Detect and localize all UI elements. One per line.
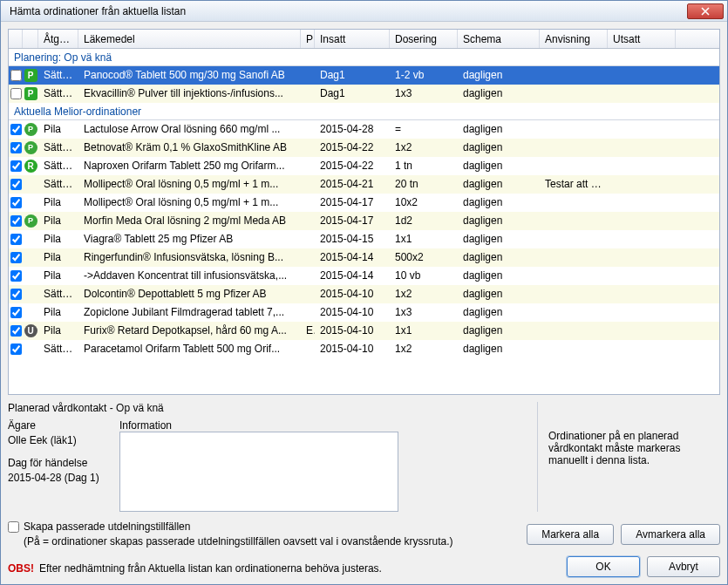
row-checkbox[interactable] xyxy=(10,234,22,245)
information-textarea[interactable] xyxy=(119,432,398,512)
planning-icon: P xyxy=(24,87,37,100)
row-checkbox[interactable] xyxy=(10,88,22,99)
sub-note: (På = ordinationer skapas passerade utde… xyxy=(24,535,453,548)
cell-p xyxy=(301,175,315,194)
table-row[interactable]: PilaRingerfundin® Infusionsvätska, lösni… xyxy=(9,248,719,267)
row-icon-cell xyxy=(23,194,38,212)
cell-anvisning xyxy=(540,66,608,85)
table-row[interactable]: Sätt inMollipect® Oral lösning 0,5 mg/ml… xyxy=(9,175,719,194)
row-checkbox[interactable] xyxy=(10,215,22,227)
table-row[interactable]: Sätt inDolcontin® Depottablett 5 mg Pfiz… xyxy=(9,285,719,303)
row-checkbox[interactable] xyxy=(10,289,22,300)
cell-utsatt xyxy=(608,340,676,358)
row-checkbox[interactable] xyxy=(10,252,22,263)
cell-lakemedel: Ekvacillin® Pulver till injektions-/infu… xyxy=(78,85,301,103)
table-row[interactable]: PSätt inPanocod® Tablett 500 mg/30 mg Sa… xyxy=(9,66,719,85)
cell-utsatt xyxy=(608,194,676,212)
row-checkbox-cell xyxy=(9,66,23,85)
cell-atgard: Pila xyxy=(38,120,78,139)
cell-p xyxy=(301,212,315,230)
cell-insatt: Dag1 xyxy=(315,66,390,85)
group-header: Aktuella Melior-ordinationer xyxy=(9,103,719,120)
col-schema[interactable]: Schema xyxy=(458,30,540,48)
cell-lakemedel: Dolcontin® Depottablett 5 mg Pfizer AB xyxy=(78,285,301,303)
bottom-area: Skapa passerade utdelningstillfällen (På… xyxy=(8,520,720,577)
row-checkbox-cell xyxy=(9,322,23,340)
row-checkbox-cell xyxy=(9,340,23,358)
cell-dosering: 1x2 xyxy=(390,139,458,157)
table-row[interactable]: Sätt inParacetamol Orifarm Tablett 500 m… xyxy=(9,340,719,358)
table-row[interactable]: PSätt inBetnovat® Kräm 0,1 % GlaxoSmithK… xyxy=(9,139,719,157)
ordinations-grid: Åtgärd Läkemedel P Insatt Dosering Schem… xyxy=(8,29,720,395)
avmarkera-alla-button[interactable]: Avmarkera alla xyxy=(621,524,720,545)
cell-atgard: Sätt in xyxy=(38,66,78,85)
cell-schema: dagligen xyxy=(458,230,540,248)
obs-text: Efter nedhämtning från Aktuella listan k… xyxy=(39,562,382,575)
table-row[interactable]: UPilaFurix® Retard Depotkapsel, hård 60 … xyxy=(9,322,719,340)
cell-anvisning xyxy=(540,120,608,139)
col-icon[interactable] xyxy=(23,30,38,48)
cell-atgard: Pila xyxy=(38,230,78,248)
row-checkbox[interactable] xyxy=(10,124,22,135)
table-row[interactable]: PSätt inEkvacillin® Pulver till injektio… xyxy=(9,85,719,103)
row-checkbox[interactable] xyxy=(10,160,22,172)
cell-insatt: 2015-04-10 xyxy=(315,285,390,303)
cell-atgard: Sätt in xyxy=(38,139,78,157)
row-checkbox[interactable] xyxy=(10,307,22,318)
table-row[interactable]: PilaViagra® Tablett 25 mg Pfizer AB2015-… xyxy=(9,230,719,248)
col-lakemedel[interactable]: Läkemedel xyxy=(78,30,301,48)
cell-schema: dagligen xyxy=(458,285,540,303)
avbryt-button[interactable]: Avbryt xyxy=(647,556,720,577)
cell-utsatt xyxy=(608,66,676,85)
row-icon-cell xyxy=(23,248,38,267)
table-row[interactable]: RSätt inNaproxen Orifarm Tablett 250 mg … xyxy=(9,157,719,175)
obs-prefix: OBS! xyxy=(8,562,34,575)
row-icon-cell xyxy=(23,175,38,194)
row-checkbox[interactable] xyxy=(10,344,22,355)
row-checkbox[interactable] xyxy=(10,270,22,282)
col-p[interactable]: P xyxy=(301,30,315,48)
ok-button[interactable]: OK xyxy=(567,556,640,577)
col-checkbox[interactable] xyxy=(9,30,23,48)
table-row[interactable]: Pila->Addaven Koncentrat till infusionsv… xyxy=(9,267,719,285)
row-checkbox[interactable] xyxy=(10,142,22,153)
col-dosering[interactable]: Dosering xyxy=(390,30,458,48)
cell-insatt: Dag1 xyxy=(315,85,390,103)
col-anvisning[interactable]: Anvisning xyxy=(540,30,608,48)
pill-icon: P xyxy=(24,141,37,154)
row-checkbox[interactable] xyxy=(10,70,22,81)
row-checkbox-cell xyxy=(9,175,23,194)
cell-p xyxy=(301,139,315,157)
cell-lakemedel: Morfin Meda Oral lösning 2 mg/ml Meda AB xyxy=(78,212,301,230)
col-atgard[interactable]: Åtgärd xyxy=(38,30,78,48)
table-row[interactable]: PPilaMorfin Meda Oral lösning 2 mg/ml Me… xyxy=(9,212,719,230)
skapa-passerade-checkbox[interactable] xyxy=(8,521,19,533)
row-checkbox[interactable] xyxy=(10,179,22,190)
table-row[interactable]: PilaZopiclone Jubilant Filmdragerad tabl… xyxy=(9,303,719,322)
cell-lakemedel: Zopiclone Jubilant Filmdragerad tablett … xyxy=(78,303,301,322)
grid-body[interactable]: Planering: Op vä knäPSätt inPanocod® Tab… xyxy=(9,49,719,394)
owner-value: Olle Eek (läk1) xyxy=(8,434,104,446)
markera-alla-button[interactable]: Markera alla xyxy=(527,524,614,545)
row-checkbox-cell xyxy=(9,248,23,267)
table-row[interactable]: PPilaLactulose Arrow Oral lösning 660 mg… xyxy=(9,120,719,139)
row-checkbox[interactable] xyxy=(10,325,22,337)
row-checkbox[interactable] xyxy=(10,197,22,208)
cell-schema: dagligen xyxy=(458,175,540,194)
col-utsatt[interactable]: Utsatt xyxy=(608,30,676,48)
cell-anvisning xyxy=(540,267,608,285)
table-row[interactable]: PilaMollipect® Oral lösning 0,5 mg/ml + … xyxy=(9,194,719,212)
cell-atgard: Sätt in xyxy=(38,285,78,303)
day-label: Dag för händelse xyxy=(8,457,104,469)
details-pane: Planerad vårdkontakt - Op vä knä Ägare O… xyxy=(8,402,720,512)
cell-insatt: 2015-04-10 xyxy=(315,303,390,322)
row-icon-cell xyxy=(23,230,38,248)
close-button[interactable] xyxy=(687,3,724,19)
cell-lakemedel: Panocod® Tablett 500 mg/30 mg Sanofi AB xyxy=(78,66,301,85)
cell-utsatt xyxy=(608,85,676,103)
details-left: Planerad vårdkontakt - Op vä knä Ägare O… xyxy=(8,402,527,512)
col-insatt[interactable]: Insatt xyxy=(315,30,390,48)
cell-p xyxy=(301,66,315,85)
dialog-window: Hämta ordinationer från aktuella listan … xyxy=(0,0,728,585)
row-icon-cell xyxy=(23,267,38,285)
